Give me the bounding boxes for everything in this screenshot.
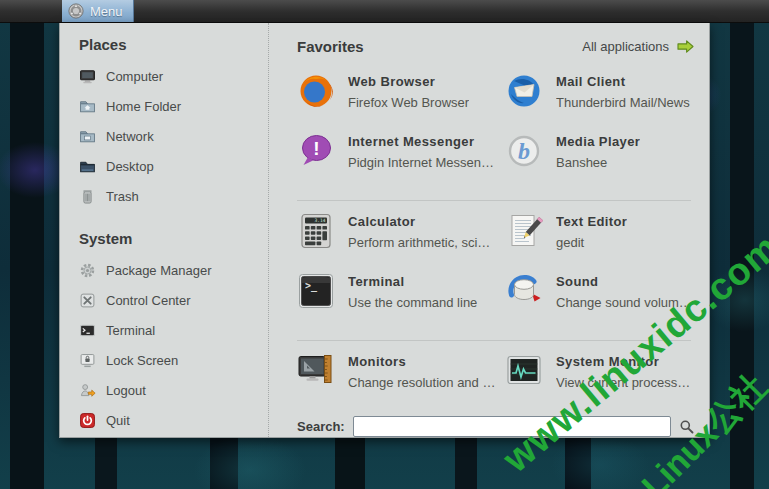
favorite-item-title: System Monitor [556,354,695,369]
favorite-item-text-editor[interactable]: Text Editorgedit [505,211,695,271]
favorite-item-title: Calculator [348,214,490,229]
menu-button-label: Menu [90,4,123,19]
favorite-item-mail-client[interactable]: Mail ClientThunderbird Mail/News [505,71,695,131]
sound-icon [505,272,543,310]
favorites-separator [297,191,695,211]
sidebar-item-terminal[interactable]: Terminal [79,315,268,345]
home-folder-icon [79,98,96,115]
monitors-icon [297,352,335,390]
favorite-item-subtitle: Firefox Web Browser [348,95,469,110]
text-editor-icon [505,212,543,250]
lock-screen-icon [79,352,96,369]
favorite-item-title: Mail Client [556,74,690,89]
terminal-dark-icon: >_ [297,272,335,310]
favorite-item-subtitle: Banshee [556,155,640,170]
sidebar-item-label: Computer [106,69,163,84]
sidebar-item-package-manager[interactable]: Package Manager [79,255,268,285]
arrow-right-icon [676,39,695,54]
sidebar-item-label: Network [106,129,154,144]
favorites-separator [297,331,695,351]
sidebar-item-label: Trash [106,189,139,204]
all-applications-button[interactable]: All applications [582,39,695,54]
calculator-icon: 3.14 [297,212,335,250]
sidebar-item-trash[interactable]: Trash [79,181,268,211]
favorite-item-subtitle: View current processes … [556,375,695,390]
svg-text:!: ! [313,138,319,159]
quit-icon [79,412,96,429]
favorite-item-title: Monitors [348,354,495,369]
favorite-item-title: Internet Messenger [348,134,494,149]
sidebar-item-desktop[interactable]: Desktop [79,151,268,181]
favorite-item-calculator[interactable]: 3.14CalculatorPerform arithmetic, sci… [297,211,505,271]
sidebar-item-logout[interactable]: Logout [79,375,268,405]
favorites-grid: Web BrowserFirefox Web BrowserMail Clien… [297,71,695,411]
system-monitor-icon [505,352,543,390]
favorite-item-subtitle: Pidgin Internet Messen… [348,155,494,170]
favorite-item-system-monitor[interactable]: System MonitorView current processes … [505,351,695,411]
sidebar-item-label: Home Folder [106,99,181,114]
sidebar: PlacesComputerHome FolderNetworkDesktopT… [60,23,269,437]
group-title-places: Places [79,33,268,57]
firefox-icon [297,72,335,110]
favorite-item-subtitle: Use the command line [348,295,477,310]
search-label: Search: [297,419,345,434]
favorite-item-subtitle: Thunderbird Mail/News [556,95,690,110]
favorite-item-sound[interactable]: SoundChange sound volume a… [505,271,695,331]
favorite-item-subtitle: Change resolution and … [348,375,495,390]
favorite-item-subtitle: gedit [556,235,627,250]
favorite-item-media-player[interactable]: bMedia PlayerBanshee [505,131,695,191]
control-center-icon [79,292,96,309]
sidebar-item-lock-screen[interactable]: Lock Screen [79,345,268,375]
sidebar-item-computer[interactable]: Computer [79,61,268,91]
search-row: Search: [297,416,695,437]
all-applications-label: All applications [582,39,669,54]
menu-button[interactable]: Menu [62,0,134,22]
favorite-item-web-browser[interactable]: Web BrowserFirefox Web Browser [297,71,505,131]
favorite-item-title: Media Player [556,134,640,149]
sidebar-item-quit[interactable]: Quit [79,405,268,435]
favorite-item-subtitle: Change sound volume a… [556,295,695,310]
sidebar-item-label: Lock Screen [106,353,178,368]
favorite-item-title: Web Browser [348,74,469,89]
thunderbird-icon [505,72,543,110]
sidebar-item-home-folder[interactable]: Home Folder [79,91,268,121]
favorite-item-internet-messenger[interactable]: !Internet MessengerPidgin Internet Messe… [297,131,505,191]
sidebar-item-label: Logout [106,383,146,398]
sidebar-item-network[interactable]: Network [79,121,268,151]
favorite-item-title: Text Editor [556,214,627,229]
computer-icon [79,68,96,85]
favorites-title: Favorites [297,38,364,55]
package-manager-icon [79,262,96,279]
search-input[interactable] [353,416,671,437]
pidgin-icon: ! [297,132,335,170]
favorite-item-title: Terminal [348,274,477,289]
distro-logo-icon [68,3,84,19]
top-panel-bar: Menu [0,0,769,23]
terminal-icon [79,322,96,339]
sidebar-item-label: Package Manager [106,263,212,278]
trash-icon [79,188,96,205]
main-menu-panel: PlacesComputerHome FolderNetworkDesktopT… [59,23,710,438]
sidebar-item-label: Desktop [106,159,154,174]
group-title-system: System [79,227,268,251]
sidebar-item-control-center[interactable]: Control Center [79,285,268,315]
svg-text:>_: >_ [305,280,318,292]
network-icon [79,128,96,145]
logout-icon [79,382,96,399]
favorite-item-terminal[interactable]: >_TerminalUse the command line [297,271,505,331]
banshee-icon: b [505,132,543,170]
favorite-item-title: Sound [556,274,695,289]
sidebar-item-label: Terminal [106,323,155,338]
search-icon [679,419,695,435]
svg-text:3.14: 3.14 [314,218,325,223]
favorite-item-monitors[interactable]: MonitorsChange resolution and … [297,351,505,411]
desktop-icon [79,158,96,175]
sidebar-item-label: Control Center [106,293,191,308]
favorites-pane: Favorites All applications Web BrowserFi… [269,23,709,437]
svg-text:b: b [518,138,530,164]
sidebar-item-label: Quit [106,413,130,428]
favorite-item-subtitle: Perform arithmetic, sci… [348,235,490,250]
